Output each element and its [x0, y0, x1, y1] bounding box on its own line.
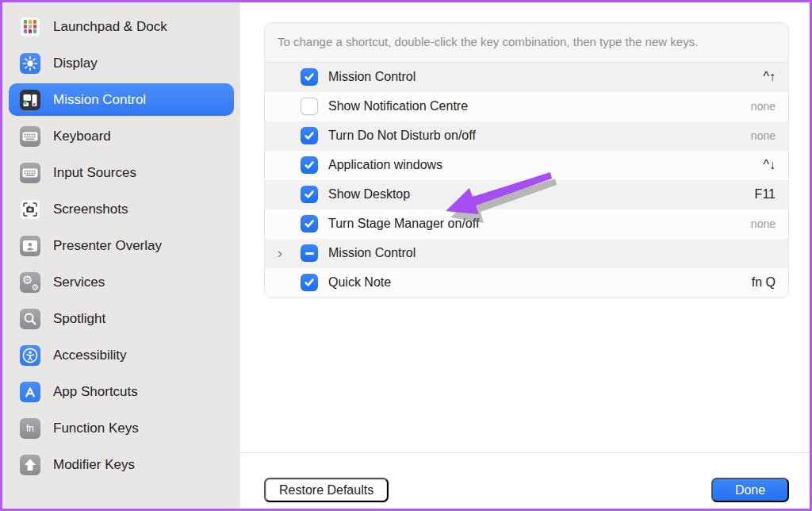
shortcut-table: To change a shortcut, double-click the k…: [264, 22, 789, 298]
sidebar-item-keyboard[interactable]: Keyboard: [9, 120, 234, 152]
sidebar-item-services[interactable]: ⚙⚙ Services: [9, 266, 234, 298]
shortcut-row-application-windows[interactable]: Application windows ^↓: [265, 151, 788, 180]
sidebar: Launchpad & Dock Display Mission Control…: [2, 2, 240, 509]
shortcut-row-turn-do-not-disturb[interactable]: Turn Do Not Disturb on/off none: [265, 121, 788, 151]
services-icon: ⚙⚙: [20, 272, 40, 293]
sidebar-item-presenter-overlay[interactable]: Presenter Overlay: [9, 229, 234, 262]
row-checkbox[interactable]: [301, 156, 318, 174]
accessibility-icon: [20, 345, 40, 366]
row-shortcut[interactable]: fn Q: [752, 275, 776, 290]
shortcut-row-quick-note[interactable]: Quick Note fn Q: [265, 268, 788, 298]
shortcut-row-show-desktop[interactable]: Show Desktop F11: [265, 180, 788, 209]
keyboard-icon: [20, 126, 40, 147]
row-shortcut[interactable]: ^↓: [763, 158, 776, 172]
instruction-text: To change a shortcut, double-click the k…: [278, 33, 747, 51]
row-checkbox[interactable]: [301, 244, 318, 262]
row-shortcut[interactable]: none: [751, 100, 776, 113]
row-label: Show Notification Centre: [328, 99, 751, 113]
input-sources-icon: [20, 163, 40, 183]
sidebar-item-label: Function Keys: [53, 421, 139, 436]
sidebar-item-label: Accessibility: [53, 348, 127, 363]
app-shortcuts-icon: [20, 382, 40, 402]
row-checkbox[interactable]: [301, 215, 318, 232]
shortcut-row-mission-control-group[interactable]: Mission Control: [265, 239, 788, 268]
display-icon: [20, 53, 40, 74]
sidebar-item-display[interactable]: Display: [9, 47, 234, 79]
row-shortcut[interactable]: ^↑: [763, 70, 776, 84]
sidebar-item-input-sources[interactable]: Input Sources: [9, 156, 234, 189]
sidebar-item-modifier-keys[interactable]: Modifier Keys: [9, 448, 234, 481]
shortcut-row-mission-control[interactable]: Mission Control ^↑: [265, 63, 788, 92]
disclosure-chevron-icon[interactable]: [274, 247, 286, 259]
sidebar-item-accessibility[interactable]: Accessibility: [9, 339, 234, 371]
mission-control-icon: [20, 90, 40, 110]
sidebar-item-label: Display: [53, 56, 98, 71]
row-shortcut[interactable]: none: [751, 129, 776, 142]
row-checkbox[interactable]: [301, 186, 318, 203]
spotlight-icon: [20, 309, 40, 329]
presenter-overlay-icon: [20, 236, 40, 256]
sidebar-item-label: Services: [53, 275, 105, 290]
sidebar-item-label: Screenshots: [53, 202, 128, 217]
function-keys-icon: fn: [20, 418, 40, 439]
row-label: Quick Note: [328, 275, 752, 290]
sidebar-item-label: Mission Control: [53, 92, 146, 108]
sidebar-item-spotlight[interactable]: Spotlight: [9, 302, 234, 335]
row-checkbox[interactable]: [301, 68, 318, 86]
row-label: Application windows: [328, 158, 763, 172]
done-button[interactable]: Done: [711, 478, 789, 502]
shortcut-row-show-notification-centre[interactable]: Show Notification Centre none: [265, 92, 788, 121]
footer-divider: [240, 452, 810, 453]
modifier-keys-icon: [20, 455, 40, 475]
row-checkbox[interactable]: [301, 98, 318, 115]
row-checkbox[interactable]: [301, 274, 318, 291]
sidebar-item-label: Input Sources: [53, 165, 136, 181]
sidebar-item-launchpad-dock[interactable]: Launchpad & Dock: [9, 10, 234, 43]
row-label: Show Desktop: [328, 187, 755, 202]
shortcut-row-turn-stage-manager[interactable]: Turn Stage Manager on/off none: [265, 209, 788, 239]
instruction-box: To change a shortcut, double-click the k…: [265, 23, 788, 63]
row-label: Turn Stage Manager on/off: [328, 217, 751, 231]
row-label: Mission Control: [328, 70, 763, 84]
footer: Restore Defaults Done: [264, 478, 789, 502]
sidebar-item-screenshots[interactable]: Screenshots: [9, 193, 234, 225]
shortcuts-panel: To change a shortcut, double-click the k…: [240, 2, 810, 509]
screenshots-icon: [20, 199, 40, 220]
sidebar-item-mission-control[interactable]: Mission Control: [9, 83, 234, 116]
sidebar-item-app-shortcuts[interactable]: App Shortcuts: [9, 375, 234, 408]
launchpad-icon: [20, 17, 40, 37]
sidebar-item-label: Keyboard: [53, 129, 111, 144]
sidebar-item-label: Spotlight: [53, 311, 105, 327]
row-checkbox[interactable]: [301, 127, 318, 144]
sidebar-item-label: Launchpad & Dock: [53, 19, 167, 35]
sidebar-item-label: Modifier Keys: [53, 457, 135, 473]
restore-defaults-button[interactable]: Restore Defaults: [264, 478, 389, 502]
row-shortcut[interactable]: F11: [755, 187, 776, 202]
sidebar-item-label: App Shortcuts: [53, 384, 138, 400]
settings-window: Launchpad & Dock Display Mission Control…: [0, 0, 812, 511]
sidebar-item-label: Presenter Overlay: [53, 238, 162, 254]
row-label: Turn Do Not Disturb on/off: [328, 129, 751, 143]
sidebar-item-function-keys[interactable]: fn Function Keys: [9, 412, 234, 444]
row-shortcut[interactable]: none: [751, 217, 776, 230]
row-label: Mission Control: [328, 246, 776, 260]
